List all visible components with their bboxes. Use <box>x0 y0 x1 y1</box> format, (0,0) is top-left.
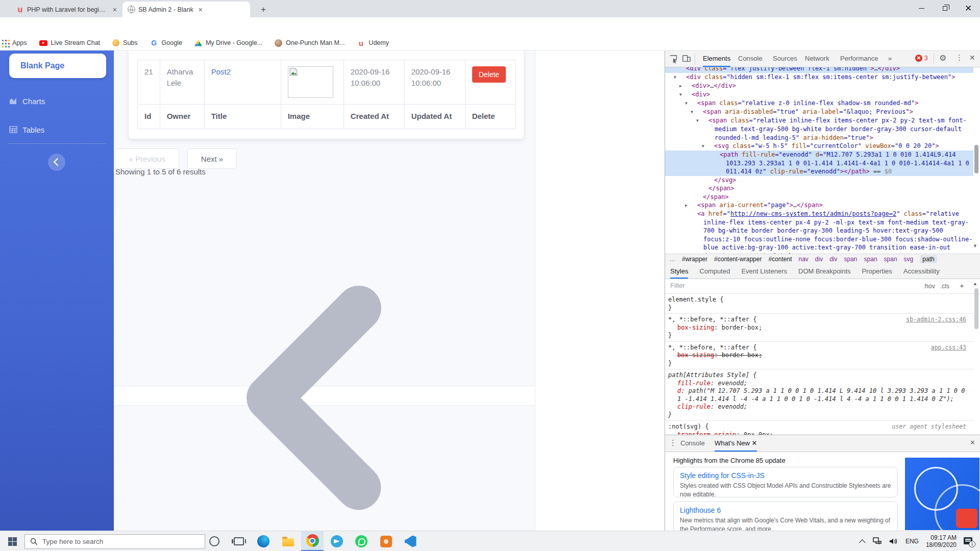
css-rule[interactable]: element.style {} <box>665 294 973 314</box>
devtools-tab-console[interactable]: Console <box>738 51 763 67</box>
window-close-button[interactable]: ✕ <box>957 0 980 17</box>
breadcrumb-item[interactable]: #content-wrapper <box>714 256 762 263</box>
whats-new-card[interactable]: Style editing for CSS-in-JSStyles create… <box>673 467 898 497</box>
elements-dom-tree[interactable]: <div class="flex justify-between flex-1 … <box>665 67 973 254</box>
breadcrumb-item[interactable]: div <box>815 256 823 263</box>
sidebar-collapse-button[interactable] <box>48 154 65 171</box>
dom-tree-line[interactable]: </svg> <box>665 176 973 185</box>
drawer-tab[interactable]: What's New ✕ <box>715 435 757 452</box>
devtools-settings-gear-icon[interactable]: ⚙ <box>939 53 946 63</box>
dom-tree-line[interactable]: <div class="flex justify-between flex-1 … <box>665 67 973 73</box>
console-error-badge[interactable]: ✕3 <box>915 55 928 62</box>
scroll-down-arrow-icon[interactable]: ▼ <box>973 243 977 248</box>
breadcrumb-item[interactable]: … <box>669 256 675 263</box>
drawer-menu-icon[interactable]: ⋮ <box>669 438 677 447</box>
stylesheet-link[interactable]: sb-admin-2.css:46 <box>906 316 966 324</box>
tab-close-icon[interactable]: × <box>111 6 118 14</box>
volume-icon[interactable] <box>889 537 898 545</box>
stylesheet-link[interactable]: user agent stylesheet <box>892 423 966 431</box>
hidden-icons-chevron-icon[interactable] <box>859 539 866 546</box>
expand-arrow-icon[interactable]: ▶ <box>691 202 697 210</box>
styles-filter-input[interactable] <box>670 282 885 289</box>
devtools-tab-performance[interactable]: Performance <box>840 51 878 67</box>
elements-scrollbar-thumb[interactable] <box>974 145 978 173</box>
tab-close-icon[interactable]: × <box>197 6 205 14</box>
taskbar-app-edge[interactable] <box>252 531 275 551</box>
taskbar-app-orange-app[interactable] <box>375 531 397 551</box>
device-toolbar-icon[interactable] <box>682 54 691 63</box>
collapse-arrow-icon[interactable]: ▼ <box>702 117 708 126</box>
more-tabs-chevron[interactable]: » <box>888 51 892 67</box>
taskbar-app-explorer[interactable] <box>277 531 299 551</box>
breadcrumb-item[interactable]: svg <box>904 256 914 263</box>
inspect-element-icon[interactable] <box>669 54 678 63</box>
dom-tree-line[interactable]: ▼<span aria-disabled="true" aria-label="… <box>665 108 973 116</box>
dom-tree-line[interactable]: <path fill-rule="evenodd" d="M12.707 5.2… <box>665 151 973 176</box>
sidebar-item-charts[interactable]: Charts <box>0 91 114 111</box>
devtools-close-icon[interactable]: ✕ <box>969 54 975 62</box>
styles-tab-computed[interactable]: Computed <box>699 267 730 275</box>
dom-tree-line[interactable]: ▼<svg class="w-5 h-5" fill="currentColor… <box>665 142 973 151</box>
sidebar-brand-card[interactable]: Blank Page <box>9 54 106 78</box>
taskbar-app-vscode[interactable] <box>399 531 422 551</box>
language-indicator[interactable]: ENG <box>905 538 919 545</box>
bookmark-item[interactable]: Google <box>150 39 182 47</box>
breadcrumb-item[interactable]: span <box>844 256 857 263</box>
window-minimize-button[interactable] <box>910 0 933 17</box>
taskbar-app-cortana[interactable] <box>203 531 226 551</box>
bookmark-item[interactable]: One-Punch Man M... <box>275 39 345 47</box>
taskbar-app-chrome[interactable] <box>301 531 324 551</box>
bookmark-item[interactable]: Apps <box>7 39 27 46</box>
dom-tree-line[interactable]: ▼<span class="relative inline-flex items… <box>665 116 973 142</box>
breadcrumb-item[interactable]: div <box>829 256 837 263</box>
new-tab-button[interactable]: + <box>257 4 270 16</box>
styles-tab-properties[interactable]: Properties <box>862 267 892 275</box>
drawer-close-icon[interactable]: ✕ <box>970 439 975 446</box>
previous-page-button[interactable]: « Previous <box>115 148 179 169</box>
collapse-arrow-icon[interactable]: ▼ <box>708 142 714 151</box>
css-rule[interactable]: app.css:43*, *::before, *::after {box-si… <box>665 342 973 370</box>
styles-scrollbar-thumb[interactable] <box>974 288 978 329</box>
collapse-arrow-icon[interactable]: ▼ <box>680 73 686 82</box>
whats-new-card[interactable]: Lighthouse 6New metrics that align with … <box>673 502 898 532</box>
taskbar-app-telegram[interactable] <box>326 531 348 551</box>
breadcrumb-item[interactable]: nav <box>798 256 808 263</box>
taskbar-clock[interactable]: 09:17 AM 18/09/2020 <box>926 534 957 548</box>
toggle-class-button[interactable]: .cls <box>940 283 949 290</box>
dom-tree-line[interactable]: </span> <box>665 193 973 202</box>
browser-tab-1[interactable]: PHP with Laravel for beginners - × <box>11 2 122 17</box>
post-title-link[interactable]: Post2 <box>211 67 231 76</box>
collapse-arrow-icon[interactable]: ▼ <box>697 108 703 117</box>
next-page-button[interactable]: Next » <box>187 148 237 169</box>
styles-tab-styles[interactable]: Styles <box>670 264 688 279</box>
whats-new-card-title[interactable]: Lighthouse 6 <box>680 506 891 514</box>
bookmark-item[interactable]: Live Stream Chat <box>39 39 101 46</box>
styles-rules-list[interactable]: element.style {}sb-admin-2.css:46*, *::b… <box>665 294 973 435</box>
drawer-tab[interactable]: Console <box>680 435 705 452</box>
collapse-arrow-icon[interactable]: ▼ <box>685 91 692 99</box>
devtools-tab-sources[interactable]: Sources <box>773 51 797 67</box>
expand-arrow-icon[interactable]: ▶ <box>685 82 692 91</box>
delete-button[interactable]: Delete <box>472 66 506 83</box>
dom-tree-line[interactable]: </span> <box>665 184 973 193</box>
toggle-hover-state-button[interactable]: :hov <box>923 283 935 290</box>
dom-tree-line[interactable]: ▼<div class="hidden sm:flex-1 sm:flex sm… <box>665 73 973 82</box>
devtools-tab-network[interactable]: Network <box>805 51 829 67</box>
collapse-arrow-icon[interactable]: ▼ <box>691 99 697 108</box>
taskbar-search[interactable]: Type here to search <box>24 534 205 549</box>
sidebar-item-tables[interactable]: Tables <box>0 119 114 140</box>
devtools-tab-elements[interactable]: Elements <box>703 51 730 67</box>
dom-tree-line[interactable]: ▼<span class="relative z-0 inline-flex s… <box>665 99 973 108</box>
network-icon[interactable] <box>873 537 882 545</box>
taskbar-app-taskview[interactable] <box>228 531 250 551</box>
browser-tab-2-active[interactable]: SB Admin 2 - Blank × <box>122 2 250 17</box>
bookmark-item[interactable]: Udemy <box>357 39 389 47</box>
devtools-menu-icon[interactable]: ⋮ <box>955 53 963 62</box>
notification-center-icon[interactable]: 1 <box>964 537 974 546</box>
css-rule[interactable]: user agent stylesheet:not(svg) {transfor… <box>665 421 973 435</box>
dom-tree-line[interactable]: ▶<div>…</div> <box>665 82 973 90</box>
styles-tab-accessibility[interactable]: Accessibility <box>903 267 940 275</box>
window-restore-button[interactable] <box>933 0 957 17</box>
breadcrumb-item[interactable]: #wrapper <box>682 256 707 263</box>
breadcrumb-item[interactable]: #content <box>768 256 792 263</box>
